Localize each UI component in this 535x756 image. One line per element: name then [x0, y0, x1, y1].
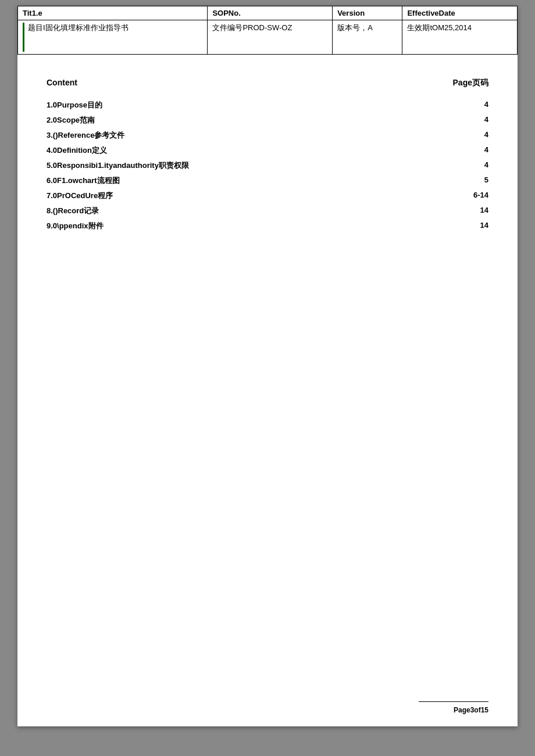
title-value: 题目I固化填埋标准作业指导书 — [23, 23, 202, 52]
toc-item-label: 9.0\ppendix附件 — [47, 221, 104, 231]
toc-row: 9.0\ppendix附件14 — [47, 221, 488, 231]
footer-line — [419, 701, 488, 702]
toc-row: 1.0Purpose目的4 — [47, 100, 488, 110]
col4-label: EffectiveDate — [407, 9, 455, 17]
document-page: Tit1.e SOPNo. Version EffectiveDate 题目I固… — [17, 6, 518, 726]
toc-item-label: 7.0PrOCedUre程序 — [47, 191, 113, 201]
toc-item-label: 5.0Responsibi1.ityandauthority职责权限 — [47, 160, 189, 171]
toc-item-page: 6-14 — [454, 191, 488, 201]
toc-item-page: 14 — [454, 221, 488, 231]
toc-item-page: 4 — [454, 130, 488, 141]
col3-label: Version — [337, 9, 365, 17]
toc-header: Content Page页码 — [47, 78, 488, 88]
toc-item-page: 14 — [454, 206, 488, 216]
toc-list: 1.0Purpose目的42.0Scope范南43.()Reference参考文… — [47, 100, 488, 231]
toc-item-label: 4.0Definition定义 — [47, 145, 107, 156]
toc-item-label: 3.()Reference参考文件 — [47, 130, 124, 141]
toc-item-label: 6.0F1.owchart流程图 — [47, 175, 120, 186]
toc-row: 6.0F1.owchart流程图5 — [47, 175, 488, 186]
toc-row: 2.0Scope范南4 — [47, 115, 488, 126]
toc-item-label: 1.0Purpose目的 — [47, 100, 102, 110]
page-number: Page3of15 — [454, 706, 488, 714]
toc-page-label: Page页码 — [453, 78, 488, 88]
header-table: Tit1.e SOPNo. Version EffectiveDate 题目I固… — [17, 6, 518, 55]
toc-item-label: 8.()Record记录 — [47, 206, 99, 216]
toc-item-page: 4 — [454, 115, 488, 126]
col1-label: Tit1.e — [23, 9, 42, 17]
toc-row: 3.()Reference参考文件4 — [47, 130, 488, 141]
version-value: 版本号，A — [337, 23, 373, 32]
toc-item-page: 4 — [454, 145, 488, 156]
toc-row: 4.0Definition定义4 — [47, 145, 488, 156]
sop-value: 文件编号PROD-SW-OZ — [212, 23, 292, 32]
footer: Page3of15 — [419, 701, 488, 715]
toc-row: 8.()Record记录14 — [47, 206, 488, 216]
content-area: Content Page页码 1.0Purpose目的42.0Scope范南43… — [17, 55, 518, 271]
toc-row: 5.0Responsibi1.ityandauthority职责权限4 — [47, 160, 488, 171]
toc-item-label: 2.0Scope范南 — [47, 115, 95, 126]
effective-value: 生效期tOM25,2014 — [407, 23, 472, 32]
toc-item-page: 4 — [454, 160, 488, 171]
toc-row: 7.0PrOCedUre程序6-14 — [47, 191, 488, 201]
col2-label: SOPNo. — [212, 9, 240, 17]
toc-item-page: 5 — [454, 175, 488, 186]
toc-item-page: 4 — [454, 100, 488, 110]
toc-content-label: Content — [47, 78, 77, 88]
